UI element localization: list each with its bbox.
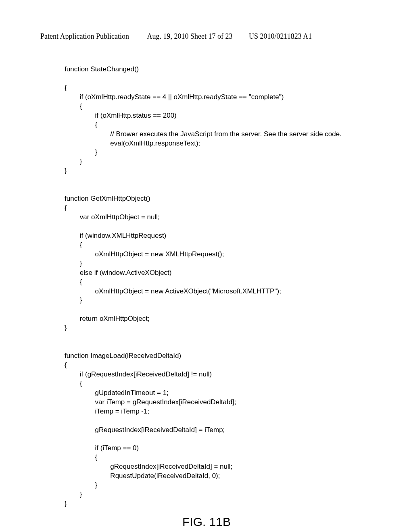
figure-caption: FIG. 11B bbox=[40, 515, 373, 529]
header-pub-label: Patent Application Publication bbox=[40, 32, 129, 40]
header-sheet-label: Aug. 19, 2010 Sheet 17 of 23 bbox=[147, 32, 232, 40]
page-header: Patent Application Publication Aug. 19, … bbox=[40, 32, 373, 41]
code-listing: function StateChanged() { if (oXmlHttp.r… bbox=[65, 65, 373, 509]
page: Patent Application Publication Aug. 19, … bbox=[0, 0, 413, 532]
header-pub-number: US 2010/0211823 A1 bbox=[249, 32, 312, 40]
